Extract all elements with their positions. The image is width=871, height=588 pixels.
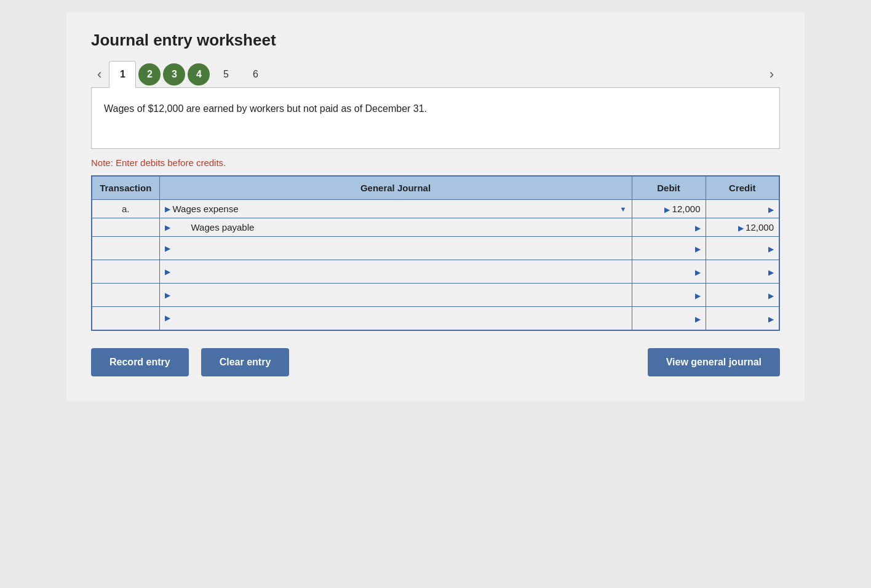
journal-text: Wages payable bbox=[173, 222, 627, 232]
dropdown-arrow-icon[interactable]: ▼ bbox=[620, 205, 627, 213]
transaction-cell: a. bbox=[92, 200, 159, 218]
row-arrow-icon: ▶ bbox=[165, 244, 170, 253]
debit-cell[interactable]: ▶ bbox=[632, 284, 706, 307]
transaction-cell bbox=[92, 237, 159, 260]
row-arrow-icon: ▶ bbox=[165, 291, 170, 300]
credit-cell[interactable]: ▶ bbox=[706, 307, 779, 330]
credit-arrow-icon: ▶ bbox=[768, 315, 774, 324]
tab-navigation: ‹ 1 2 3 4 5 6 › bbox=[91, 61, 780, 88]
journal-table: Transaction General Journal Debit Credit… bbox=[91, 175, 780, 331]
transaction-cell bbox=[92, 307, 159, 330]
tab-4[interactable]: 4 bbox=[188, 63, 210, 85]
debit-cell[interactable]: ▶ bbox=[632, 237, 706, 260]
row-arrow-icon: ▶ bbox=[165, 223, 170, 232]
credit-arrow-icon: ▶ bbox=[738, 224, 746, 232]
journal-cell: ▶ bbox=[159, 237, 632, 260]
debit-arrow-icon: ▶ bbox=[695, 245, 701, 253]
scenario-text: Wages of $12,000 are earned by workers b… bbox=[104, 103, 427, 114]
credit-cell[interactable]: ▶ 12,000 bbox=[706, 218, 779, 237]
next-arrow[interactable]: › bbox=[763, 63, 780, 86]
debit-cell[interactable]: ▶ bbox=[632, 218, 706, 237]
col-header-journal: General Journal bbox=[159, 176, 632, 200]
journal-cell: ▶ bbox=[159, 284, 632, 307]
debit-arrow-icon: ▶ bbox=[695, 292, 701, 300]
table-row: ▶▶ ▶ bbox=[92, 284, 779, 307]
credit-cell[interactable]: ▶ bbox=[706, 284, 779, 307]
col-header-transaction: Transaction bbox=[92, 176, 159, 200]
table-row: ▶▶ ▶ bbox=[92, 307, 779, 330]
buttons-row: Record entry Clear entry View general jo… bbox=[91, 348, 780, 376]
view-general-journal-button[interactable]: View general journal bbox=[648, 348, 780, 376]
debit-arrow-icon: ▶ bbox=[695, 268, 701, 277]
row-arrow-icon: ▶ bbox=[165, 268, 170, 276]
transaction-cell bbox=[92, 260, 159, 284]
debit-arrow-icon: ▶ bbox=[695, 315, 701, 324]
credit-arrow-icon: ▶ bbox=[768, 292, 774, 300]
tab-2[interactable]: 2 bbox=[138, 63, 161, 85]
tab-6[interactable]: 6 bbox=[242, 61, 269, 88]
journal-text: Wages expense bbox=[173, 204, 616, 214]
credit-value: 12,000 bbox=[746, 222, 774, 232]
clear-entry-button[interactable]: Clear entry bbox=[201, 348, 290, 376]
credit-cell[interactable]: ▶ bbox=[706, 260, 779, 284]
scenario-box: Wages of $12,000 are earned by workers b… bbox=[91, 87, 780, 149]
debit-arrow-icon: ▶ bbox=[664, 205, 672, 214]
credit-arrow-icon: ▶ bbox=[768, 245, 774, 253]
transaction-cell bbox=[92, 284, 159, 307]
debit-cell[interactable]: ▶ bbox=[632, 307, 706, 330]
col-header-credit: Credit bbox=[706, 176, 779, 200]
table-row: ▶▶ ▶ bbox=[92, 237, 779, 260]
table-row: ▶Wages payable▶ ▶ 12,000 bbox=[92, 218, 779, 237]
tab-1[interactable]: 1 bbox=[109, 61, 136, 88]
col-header-debit: Debit bbox=[632, 176, 706, 200]
credit-cell[interactable]: ▶ bbox=[706, 200, 779, 218]
debit-value: 12,000 bbox=[672, 204, 701, 214]
table-row: a.▶Wages expense▼▶ 12,000▶ bbox=[92, 200, 779, 218]
credit-cell[interactable]: ▶ bbox=[706, 237, 779, 260]
tab-5[interactable]: 5 bbox=[212, 61, 239, 88]
main-container: Journal entry worksheet ‹ 1 2 3 4 5 6 › … bbox=[66, 12, 805, 401]
debit-cell[interactable]: ▶ bbox=[632, 260, 706, 284]
debit-cell[interactable]: ▶ 12,000 bbox=[632, 200, 706, 218]
journal-cell[interactable]: ▶Wages payable bbox=[159, 218, 632, 237]
debit-arrow-icon: ▶ bbox=[695, 224, 701, 232]
journal-cell: ▶ bbox=[159, 307, 632, 330]
transaction-cell bbox=[92, 218, 159, 237]
journal-cell: ▶ bbox=[159, 260, 632, 284]
tab-3[interactable]: 3 bbox=[163, 63, 185, 85]
prev-arrow[interactable]: ‹ bbox=[91, 63, 108, 86]
credit-arrow-icon: ▶ bbox=[768, 268, 774, 277]
page-title: Journal entry worksheet bbox=[91, 31, 780, 50]
journal-cell[interactable]: ▶Wages expense▼ bbox=[159, 200, 632, 218]
note-text: Note: Enter debits before credits. bbox=[91, 157, 780, 168]
row-arrow-icon: ▶ bbox=[165, 314, 170, 322]
table-row: ▶▶ ▶ bbox=[92, 260, 779, 284]
row-arrow-icon: ▶ bbox=[165, 205, 170, 213]
record-entry-button[interactable]: Record entry bbox=[91, 348, 189, 376]
credit-arrow-icon: ▶ bbox=[768, 205, 774, 214]
